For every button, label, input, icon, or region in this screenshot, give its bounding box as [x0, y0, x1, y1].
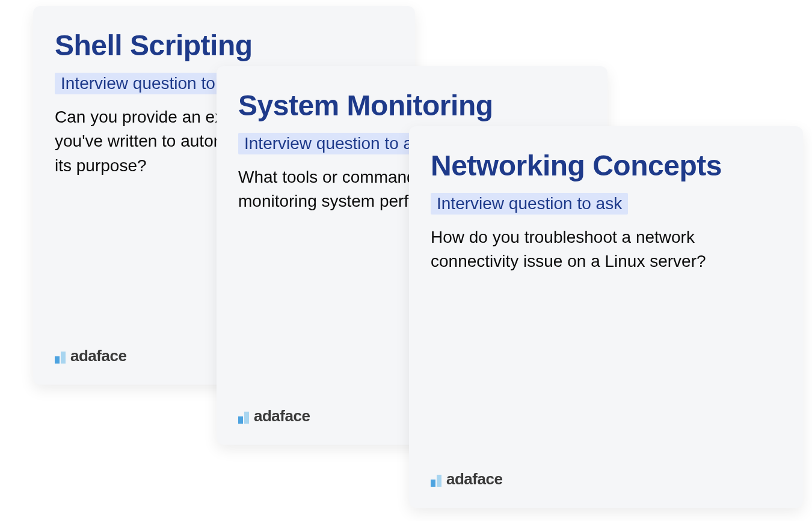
- card-footer: adaface: [431, 470, 781, 489]
- brand-name: adaface: [70, 347, 126, 365]
- card-question-text: How do you troubleshoot a network connec…: [431, 225, 781, 274]
- card-title: System Monitoring: [238, 90, 586, 122]
- interview-card-networking-concepts: Networking Concepts Interview question t…: [409, 126, 803, 508]
- brand-name: adaface: [446, 470, 502, 489]
- adaface-logo-icon: [55, 349, 66, 364]
- brand-name: adaface: [254, 407, 310, 425]
- card-subtitle-badge: Interview question to ask: [238, 133, 435, 154]
- card-subtitle-badge: Interview question to ask: [431, 193, 628, 215]
- card-title: Networking Concepts: [431, 150, 781, 182]
- card-title: Shell Scripting: [55, 30, 393, 62]
- adaface-logo-icon: [238, 409, 249, 424]
- adaface-logo-icon: [431, 472, 441, 487]
